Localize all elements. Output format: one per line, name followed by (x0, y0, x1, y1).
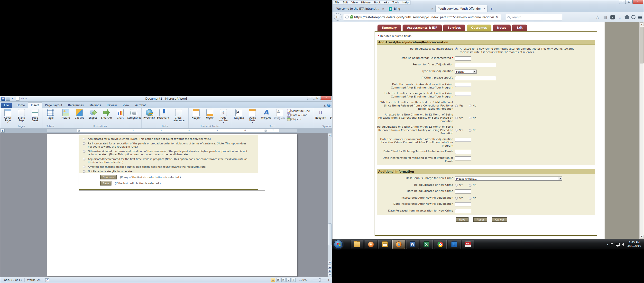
date-incarcerated-after-new-readjudication-input[interactable] (455, 202, 471, 206)
zoom-level[interactable]: 120% (299, 279, 307, 282)
reset-button[interactable]: Reset (474, 217, 487, 222)
word-count[interactable]: Words: 25 (24, 278, 43, 282)
url-bar[interactable]: i https://testetareports.doleta.gov/yout… (343, 14, 501, 20)
picture-button[interactable]: Picture (59, 108, 72, 119)
date-cited-violating-input[interactable] (455, 150, 471, 154)
drop-cap-button[interactable]: Drop Cap (273, 108, 286, 121)
select-browse-object-icon[interactable]: ● (328, 269, 332, 273)
menu-edit[interactable]: Edit (341, 1, 350, 4)
home-icon[interactable] (625, 16, 629, 19)
volume-icon[interactable] (622, 243, 624, 246)
object-button[interactable]: Object ▾ (287, 117, 312, 121)
cover-page-button[interactable]: Cover Page (1, 108, 14, 123)
clip-art-button[interactable]: Clip Art (73, 108, 86, 119)
taskbar-acrobat-button[interactable] (462, 240, 474, 249)
site-info-icon[interactable]: i (345, 15, 349, 19)
bookmark-button[interactable]: Bookmark (156, 108, 170, 119)
close-button[interactable]: ✕ (321, 96, 332, 100)
text-box-button[interactable]: Text Box (232, 108, 245, 121)
fullscreen-reading-view-icon[interactable]: ▧ (276, 278, 280, 282)
no-radio[interactable] (469, 117, 472, 119)
no-radio[interactable] (469, 129, 472, 132)
pocket-icon[interactable]: ⌄ (610, 15, 615, 19)
reload-icon[interactable]: ↻ (494, 15, 500, 19)
date-arrested-new-crime-input[interactable] (455, 83, 471, 87)
next-page-icon[interactable]: ▼ (328, 273, 332, 277)
smartart-button[interactable]: SmartArt (100, 108, 113, 119)
menu-view[interactable]: View (350, 1, 360, 4)
cross-reference-button[interactable]: Cross-reference (170, 108, 188, 122)
downloads-icon[interactable]: ↓ (617, 15, 622, 20)
most-serious-charge-select[interactable]: Please choose...▼ (455, 177, 562, 181)
horizontal-ruler[interactable]: L 1 2 3 4 5 6 7 (0, 128, 332, 133)
date-readjudicated-new-crime-input[interactable] (455, 92, 471, 96)
signature-line-button[interactable]: Signature Line ▾ (287, 109, 312, 113)
minimize-ribbon-icon[interactable]: ▲ (324, 104, 326, 107)
no-radio[interactable] (469, 184, 472, 187)
menu-bookmarks[interactable]: Bookmarks (372, 1, 391, 4)
url-text[interactable]: https://testetareports.doleta.gov/youth_… (354, 15, 494, 19)
date-incarcerated-after-readjudication-input[interactable] (455, 138, 471, 142)
date-incarcerated-violating-input[interactable] (455, 156, 471, 160)
scrollbar-thumb[interactable] (640, 27, 644, 63)
taskbar-excel-button[interactable]: X (420, 240, 433, 249)
tray-expand-icon[interactable]: ▲ (607, 243, 608, 246)
restore-button[interactable]: □ (626, 0, 632, 4)
taskbar-outlook-button[interactable] (378, 240, 391, 249)
close-tab-icon[interactable]: ✕ (483, 7, 485, 10)
taskbar-media-player-button[interactable]: ▶ (364, 240, 377, 249)
zoom-slider-thumb[interactable] (319, 279, 321, 282)
header-button[interactable]: Header (190, 108, 203, 121)
no-radio[interactable] (469, 197, 472, 200)
document-page[interactable]: Adjudicated for a previous crime (Note: … (47, 134, 297, 277)
menu-tools[interactable]: Tools (391, 1, 400, 4)
indent-marker[interactable] (78, 130, 80, 132)
date-time-button[interactable]: Date & Time (287, 113, 312, 117)
tab-page-layout[interactable]: Page Layout (42, 103, 65, 108)
minimize-button[interactable]: – (307, 96, 314, 100)
equation-button[interactable]: Equation (314, 108, 327, 121)
quick-parts-button[interactable]: Quick Parts (246, 108, 259, 123)
scrollbar-thumb[interactable] (328, 224, 332, 245)
taskbar-clock[interactable]: 1:43 PM 3/30/2016 (626, 241, 642, 248)
form-tab-services[interactable]: Services (443, 24, 465, 31)
bookmark-star-icon[interactable]: ☆ (595, 14, 600, 20)
browser-vertical-scrollbar[interactable]: ▲ ▼ (640, 22, 644, 239)
tab-review[interactable]: Review (104, 103, 120, 108)
taskbar-chrome-button[interactable] (434, 240, 446, 249)
taskbar-lync-button[interactable]: L (448, 240, 460, 249)
tab-stop-selector[interactable]: L (1, 129, 4, 132)
word-vertical-scrollbar[interactable]: ▲ ▼ ▲ ● ▼ (328, 133, 332, 277)
previous-page-icon[interactable]: ▲ (328, 265, 332, 269)
outline-view-icon[interactable]: ☰ (286, 278, 290, 282)
browser-tab-bing[interactable]: b Bing ✕ (386, 5, 436, 12)
draft-view-icon[interactable]: ▤ (292, 278, 296, 282)
tab-insert[interactable]: Insert (28, 102, 42, 108)
document-canvas[interactable]: Adjudicated for a previous crime (Note: … (0, 133, 332, 277)
form-tab-exit[interactable]: Exit (512, 24, 527, 31)
menu-history[interactable]: History (360, 1, 372, 4)
page-break-button[interactable]: Page Break (28, 108, 42, 122)
zoom-out-icon[interactable]: − (308, 278, 312, 282)
form-tab-notes[interactable]: Notes (493, 24, 511, 31)
taskbar-word-button[interactable]: W (406, 240, 419, 249)
pasted-screenshot[interactable]: Adjudicated for a previous crime (Note: … (78, 135, 265, 191)
date-readjudicated-input[interactable] (455, 56, 471, 60)
screenshot-button[interactable]: Screenshot (127, 108, 140, 121)
help-icon[interactable]: ? (327, 104, 330, 107)
cancel-button[interactable]: Cancel (492, 217, 507, 222)
taskbar-explorer-button[interactable] (351, 240, 364, 249)
close-tab-icon[interactable]: ✕ (431, 7, 433, 10)
yes-radio[interactable] (455, 184, 458, 187)
yes-radio[interactable] (455, 105, 458, 107)
menu-file[interactable]: File (333, 1, 341, 4)
restore-button[interactable]: □ (314, 96, 321, 100)
search-bar[interactable]: Search (506, 14, 562, 20)
form-tab-outcomes[interactable]: Outcomes (467, 24, 492, 31)
chart-button[interactable]: Chart (114, 108, 127, 119)
type-readjudication-select[interactable]: Felony▼ (455, 69, 476, 74)
taskbar-firefox-button[interactable] (392, 240, 405, 249)
menu-help[interactable]: Help (401, 1, 410, 4)
other-specify-input[interactable] (455, 76, 496, 80)
hamburger-menu-icon[interactable] (638, 16, 642, 19)
